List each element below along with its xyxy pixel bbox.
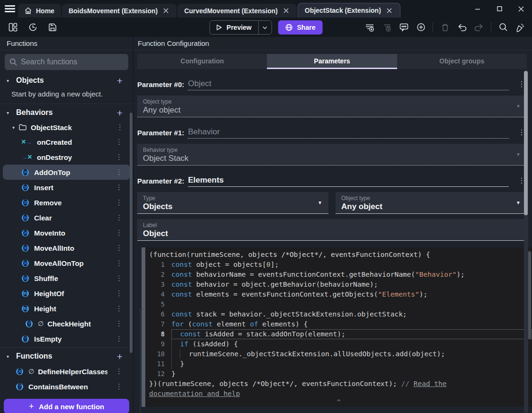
kebab-menu-icon[interactable]: ⋮ <box>113 259 125 267</box>
code-line: 7for (const element of elements) { <box>145 319 532 329</box>
chevron-down-icon[interactable]: ▾ <box>7 354 11 359</box>
kebab-menu-icon[interactable]: ⋮ <box>113 244 125 252</box>
behavior-folder-objectstack[interactable]: ▾ ObjectStack ⋮ <box>0 120 133 134</box>
close-tab-icon[interactable] <box>282 7 290 14</box>
sidebar-item-remove[interactable]: »Remove⋮ <box>3 195 130 210</box>
chevron-down-icon[interactable]: ▾ <box>12 125 15 130</box>
sidebar-item-ondestroy[interactable]: →×onDestroy⋮ <box>3 149 130 165</box>
add-function-plus-button[interactable]: + <box>113 351 126 361</box>
sidebar-item-checkheight[interactable]: ?∅CheckHeight⋮ <box>3 316 130 331</box>
edit-magic-icon[interactable] <box>513 20 527 35</box>
code-wrapper-footer: })(runtimeScene, objects /*Object*/, eve… <box>145 379 532 389</box>
parameter-name-input[interactable] <box>188 176 509 187</box>
tab-object-groups[interactable]: Object groups <box>397 54 527 69</box>
parameter-name-input[interactable] <box>188 127 509 139</box>
sidebar-item-shuffle[interactable]: »Shuffle⋮ <box>3 271 130 286</box>
sidebar-scrollbar[interactable] <box>130 113 133 353</box>
sidebar-item-heightof[interactable]: f(x)HeightOf⋮ <box>3 286 130 301</box>
main-scrollbar-thumb[interactable] <box>524 71 528 215</box>
add-other-icon[interactable] <box>414 20 428 35</box>
sidebar-item-moveallontop[interactable]: »MoveAllOnTop⋮ <box>3 255 130 271</box>
javascript-code-editor[interactable]: (function(runtimeScene, objects /*Object… <box>145 247 532 407</box>
chevron-down-icon[interactable]: ▾ <box>7 78 11 83</box>
kebab-menu-icon[interactable]: ⋮ <box>113 138 125 146</box>
sidebar-item-clear[interactable]: »Clear⋮ <box>3 210 130 225</box>
maximize-button[interactable] <box>488 0 510 18</box>
select-type[interactable]: TypeObjects▼ <box>137 192 328 214</box>
delete-icon[interactable] <box>438 20 452 35</box>
add-subevent-icon[interactable] <box>380 20 394 35</box>
redo-icon[interactable] <box>472 20 486 35</box>
parameter-name-input[interactable] <box>188 79 509 90</box>
input-label[interactable]: LabelObject <box>137 219 527 241</box>
sidebar-item-definehelperclasses[interactable]: »∅DefineHelperClasses⋮ <box>3 364 130 379</box>
close-window-button[interactable] <box>510 0 532 18</box>
history-icon[interactable] <box>26 20 40 35</box>
code-token: ]; <box>271 261 279 268</box>
add-event-icon[interactable] <box>363 20 377 35</box>
project-tab[interactable]: CurvedMovement (Extension) <box>177 4 297 18</box>
add-object-button[interactable]: + <box>113 76 126 86</box>
kebab-menu-icon[interactable]: ⋮ <box>113 289 125 298</box>
add-behavior-button[interactable]: + <box>113 108 126 118</box>
sidebar-item-moveinto[interactable]: »MoveInto⋮ <box>3 225 130 240</box>
documentation-link[interactable]: Read the <box>414 380 447 387</box>
minimize-button[interactable] <box>467 0 488 18</box>
kebab-menu-icon[interactable]: ⋮ <box>113 168 125 176</box>
kebab-menu-icon[interactable]: ⋮ <box>113 367 125 376</box>
kebab-menu-icon[interactable]: ⋮ <box>113 228 125 237</box>
documentation-link[interactable]: documentation and help <box>149 390 240 397</box>
search-functions-box[interactable] <box>5 54 128 70</box>
kebab-menu-icon[interactable]: ⋮ <box>113 198 125 207</box>
code-token: })(runtimeScene, objects /*Object*/, eve… <box>149 380 401 387</box>
sidebar-item-insert[interactable]: »Insert⋮ <box>3 180 130 195</box>
tab-parameters[interactable]: Parameters <box>267 54 397 69</box>
main-menu-icon[interactable] <box>5 5 15 12</box>
sidebar-item-isempty[interactable]: ?IsEmpty⋮ <box>3 331 130 346</box>
action-function-icon: » <box>22 184 29 191</box>
tab-configuration[interactable]: Configuration <box>137 54 267 69</box>
save-icon[interactable] <box>45 20 60 35</box>
close-tab-icon[interactable] <box>162 7 170 14</box>
add-comment-icon[interactable] <box>397 20 411 35</box>
editor-scrollbar[interactable] <box>528 251 531 339</box>
kebab-menu-icon[interactable]: ⋮ <box>113 213 125 222</box>
kebab-menu-icon[interactable]: ⋮ <box>113 274 125 282</box>
select-object-type[interactable]: Object typeAny object▼ <box>336 192 527 214</box>
kebab-menu-icon[interactable]: ⋮ <box>113 334 125 343</box>
preview-button[interactable]: Preview <box>210 20 272 35</box>
sidebar-item-height[interactable]: f(x)Height⋮ <box>3 301 130 316</box>
open-panels-icon[interactable] <box>6 20 20 35</box>
add-new-function-button[interactable]: + Add a new function <box>4 399 129 413</box>
kebab-menu-icon[interactable]: ⋮ <box>113 304 125 313</box>
sidebar-item-containsbetween[interactable]: ?ContainsBetween⋮ <box>3 379 130 394</box>
kebab-menu-icon[interactable]: ⋮ <box>113 382 125 391</box>
project-tab[interactable]: ObjectStack (Extension) <box>298 3 400 18</box>
project-tab[interactable]: Home <box>18 4 61 18</box>
select-object-type: Object typeAny object▼ <box>137 96 527 117</box>
kebab-menu-icon[interactable]: ⋮ <box>113 183 125 192</box>
search-icon[interactable] <box>496 20 510 35</box>
sidebar-item-addontop[interactable]: »AddOnTop⋮ <box>3 165 130 180</box>
sidebar-item-oncreated[interactable]: ×→onCreated⋮ <box>3 134 130 149</box>
action-function-icon: » <box>22 214 29 221</box>
functions-section-header[interactable]: ▾ Functions + <box>0 349 133 364</box>
objects-section-label: Objects <box>16 76 108 85</box>
share-button[interactable]: Share <box>278 20 323 35</box>
fold-hint-caret[interactable]: ^ <box>145 399 532 405</box>
kebab-menu-icon[interactable]: ⋮ <box>113 319 125 328</box>
code-line: 10 runtimeScene._objectStackExtension.al… <box>145 349 532 359</box>
undo-icon[interactable] <box>455 20 469 35</box>
behaviors-section-header[interactable]: ▾ Behaviors + <box>0 105 133 120</box>
configuration-tabs: ConfigurationParametersObject groups <box>137 54 527 69</box>
line-number: 11 <box>145 359 171 369</box>
search-functions-input[interactable] <box>21 58 124 66</box>
preview-options-chevron[interactable] <box>258 21 272 34</box>
kebab-menu-icon[interactable]: ⋮ <box>114 123 126 132</box>
objects-section-header[interactable]: ▾ Objects + <box>0 73 133 88</box>
kebab-menu-icon[interactable]: ⋮ <box>113 153 125 161</box>
chevron-down-icon[interactable]: ▾ <box>7 110 11 115</box>
sidebar-item-moveallinto[interactable]: »MoveAllInto⋮ <box>3 240 130 255</box>
close-tab-icon[interactable] <box>385 7 393 14</box>
project-tab[interactable]: BoidsMovement (Extension) <box>62 4 177 18</box>
